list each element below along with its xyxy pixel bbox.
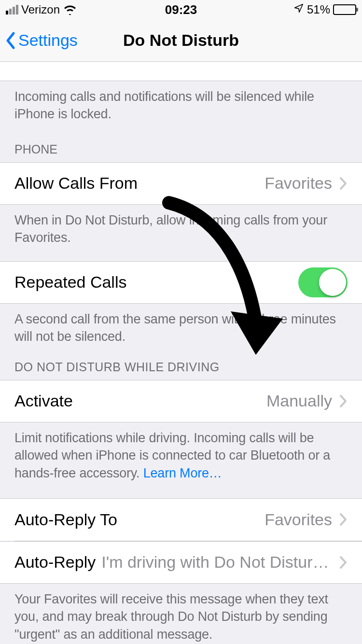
auto-reply-cell[interactable]: Auto-Reply I'm driving with Do Not Distu… [0,541,362,584]
auto-reply-label: Auto-Reply [14,553,96,572]
wifi-icon [63,4,77,15]
phone-section-header: PHONE [0,129,362,162]
chevron-right-icon [339,555,348,570]
repeated-calls-cell: Repeated Calls [0,261,362,304]
activate-label: Activate [14,392,73,410]
chevron-right-icon [339,512,348,527]
status-left: Verizon [6,3,77,16]
back-label: Settings [18,31,78,50]
status-right: 51% [293,3,356,16]
back-button[interactable]: Settings [5,31,78,50]
auto-reply-footer: Your Favorites will receive this message… [0,584,362,644]
repeated-calls-label: Repeated Calls [14,273,126,292]
auto-reply-to-cell[interactable]: Auto-Reply To Favorites [0,498,362,541]
silence-option-footer: Incoming calls and notifications will be… [0,81,362,129]
content-scroll[interactable]: Incoming calls and notifications will be… [0,62,362,644]
activate-value: Manually [266,392,332,410]
navigation-bar: Settings Do Not Disturb [0,19,362,62]
signal-strength-icon [6,5,18,14]
driving-section-header: DO NOT DISTURB WHILE DRIVING [0,351,362,380]
chevron-left-icon [5,31,16,50]
allow-calls-footer: When in Do Not Disturb, allow incoming c… [0,205,362,252]
repeated-calls-footer: A second call from the same person withi… [0,304,362,351]
battery-percent-label: 51% [307,3,330,16]
activate-cell[interactable]: Activate Manually [0,380,362,422]
allow-calls-from-cell[interactable]: Allow Calls From Favorites [0,162,362,205]
repeated-calls-toggle[interactable] [298,267,348,297]
activate-footer: Limit notifications while driving. Incom… [0,422,362,488]
chevron-right-icon [339,176,348,191]
auto-reply-to-label: Auto-Reply To [14,510,117,529]
allow-calls-from-label: Allow Calls From [14,174,138,193]
battery-icon [333,4,356,15]
location-arrow-icon [293,3,304,16]
silence-option-row-edge [0,62,362,81]
auto-reply-value: I'm driving with Do Not Disturb… [101,553,332,572]
learn-more-link[interactable]: Learn More… [143,466,222,480]
chevron-right-icon [339,394,348,408]
status-bar: Verizon 09:23 51% [0,0,362,19]
auto-reply-to-value: Favorites [265,510,332,529]
carrier-label: Verizon [21,3,60,16]
allow-calls-from-value: Favorites [265,174,332,193]
